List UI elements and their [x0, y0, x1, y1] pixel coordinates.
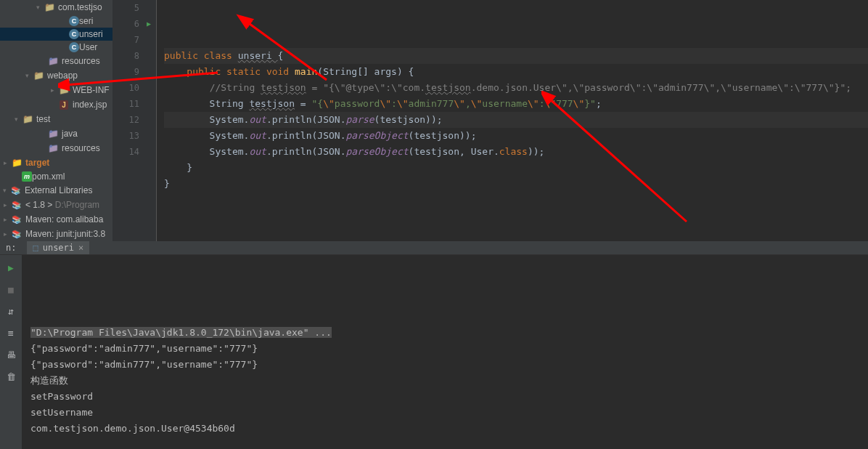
print-icon[interactable]: 🖶 [4, 348, 17, 361]
code-line[interactable]: System.out.println(JSON.parseObject(test… [164, 128, 868, 144]
jsp-icon [58, 99, 70, 110]
line-number: 14 [112, 144, 152, 160]
tree-item-target[interactable]: ▸target [0, 155, 112, 170]
tree-label: Maven: com.alibaba [25, 214, 103, 224]
source-folder-icon [47, 55, 59, 67]
class-icon: C [69, 42, 79, 52]
tree-label: com.testjso [58, 2, 102, 12]
filter-icon[interactable]: ≡ [4, 326, 17, 339]
console-line [30, 437, 859, 449]
tree-label: WEB-INF [73, 85, 110, 95]
line-number: 5 [112, 0, 152, 16]
chevron-down-icon[interactable]: ▾ [36, 4, 44, 11]
chevron-down-icon[interactable]: ▾ [15, 116, 22, 123]
library-icon [11, 228, 22, 240]
source-folder-icon [47, 128, 59, 139]
tree-label: resources [62, 143, 100, 153]
library-icon [11, 199, 22, 211]
tree-item-unseri[interactable]: Cunseri [0, 28, 112, 41]
tree-label: resources [62, 56, 100, 66]
chevron-down-icon[interactable]: ▾ [25, 72, 33, 79]
console-line: {"password":"admin777","username":"777"} [30, 341, 859, 357]
rerun-icon[interactable]: ▶ [4, 261, 17, 274]
stop-icon[interactable]: ■ [4, 283, 17, 296]
chevron-right-icon[interactable]: ▸ [4, 159, 11, 166]
code-line[interactable]: System.out.println(JSON.parse(testjson))… [164, 112, 868, 128]
line-number: 8 [112, 48, 152, 64]
run-tab-label: unseri [43, 243, 74, 253]
tree-label: User [79, 42, 97, 52]
project-tree[interactable]: ▾com.testjsoCseriCunseriCUserresources▾w… [0, 0, 112, 241]
code-line[interactable]: System.out.println(JSON.parseObject(test… [164, 144, 868, 160]
console-line: {"password":"admin777","username":"777"} [30, 357, 859, 373]
maven-icon: m [22, 171, 32, 182]
tree-item-pom.xml[interactable]: mpom.xml [0, 170, 112, 183]
tree-item-resources[interactable]: resources [0, 54, 112, 68]
trash-icon[interactable]: 🗑 [4, 370, 17, 383]
line-number: 10 [112, 80, 152, 96]
line-number: 9 [112, 64, 152, 80]
tree-item-resources[interactable]: resources [0, 141, 112, 155]
chevron-right-icon[interactable]: ▸ [4, 201, 11, 209]
tree-item-test[interactable]: ▾test [0, 112, 112, 126]
tree-label: webapp [47, 70, 78, 81]
code-line[interactable]: } [164, 176, 868, 192]
tree-label: unseri [79, 29, 103, 39]
tree-item-< 1.8 >[interactable]: ▸< 1.8 > D:\Program [0, 198, 112, 212]
tree-item-java[interactable]: java [0, 126, 112, 141]
folder-icon [22, 113, 33, 125]
tree-label: < 1.8 > D:\Program [25, 200, 99, 210]
tree-item-webapp[interactable]: ▾webapp [0, 68, 112, 83]
code-line[interactable]: public class unseri { [164, 48, 868, 64]
code-line[interactable] [164, 192, 868, 208]
console-line: setPassword [30, 389, 859, 405]
code-line[interactable]: } [164, 160, 868, 176]
target-folder-icon [11, 157, 22, 169]
tree-label: pom.xml [32, 171, 65, 182]
console-line: com.testjson.demo.json.User@4534b60d [30, 421, 859, 437]
tree-label: target [25, 158, 49, 168]
code-editor[interactable]: 56▶7891011121314 public class unseri { p… [112, 0, 868, 241]
console-line: 构造函数 [30, 373, 859, 389]
chevron-down-icon[interactable]: ▾ [3, 187, 10, 194]
chevron-right-icon[interactable]: ▸ [4, 216, 11, 223]
tree-item-Maven: junit:junit:3.8[interactable]: ▸Maven: junit:junit:3.8 [0, 227, 112, 241]
run-tool-tab-bar: n: ⬚ unseri × [0, 241, 868, 255]
console-line: "D:\Program Files\Java\jdk1.8.0_172\bin\… [30, 325, 859, 341]
folder-icon [58, 84, 70, 96]
editor-gutter: 56▶7891011121314 [112, 0, 152, 241]
class-icon: C [69, 29, 79, 39]
chevron-right-icon[interactable]: ▸ [4, 230, 11, 238]
library-icon [11, 214, 22, 225]
tree-item-com.testjso[interactable]: ▾com.testjso [0, 0, 112, 15]
code-line[interactable]: //String testjson = "{\"@type\":\"com.te… [164, 80, 868, 96]
run-tab-unseri[interactable]: ⬚ unseri × [27, 241, 89, 254]
console-line: setUsername [30, 405, 859, 421]
line-number: 12 [112, 112, 152, 128]
line-number: 6▶ [112, 16, 152, 32]
folder-icon [44, 1, 55, 13]
console-output[interactable]: "D:\Program Files\Java\jdk1.8.0_172\bin\… [22, 255, 868, 449]
run-panel-label: n: [6, 243, 27, 253]
line-number: 11 [112, 96, 152, 112]
code-area[interactable]: public class unseri { public static void… [157, 0, 868, 241]
source-folder-icon [47, 142, 59, 154]
tree-item-seri[interactable]: Cseri [0, 15, 112, 28]
tree-item-User[interactable]: CUser [0, 41, 112, 54]
code-line[interactable]: String testjson = "{\"password\":\"admin… [164, 96, 868, 112]
code-line[interactable]: public static void main(String[] args) { [164, 64, 868, 80]
chevron-right-icon[interactable]: ▸ [51, 86, 58, 94]
run-gutter-icon[interactable]: ▶ [147, 16, 151, 32]
tree-item-WEB-INF[interactable]: ▸WEB-INF [0, 83, 112, 97]
tree-item-index.jsp[interactable]: index.jsp [0, 97, 112, 112]
close-icon[interactable]: × [78, 243, 83, 253]
line-number: 13 [112, 128, 152, 144]
tree-item-External Libraries[interactable]: ▾External Libraries [0, 183, 112, 198]
line-number: 7 [112, 32, 152, 48]
console-toolbar: ▶ ■ ⇵ ≡ 🖶 🗑 [0, 255, 22, 449]
class-icon: C [69, 16, 79, 26]
layout-icon[interactable]: ⇵ [4, 304, 17, 317]
tree-item-Maven: com.alibaba[interactable]: ▸Maven: com.alibaba [0, 212, 112, 227]
library-icon [10, 185, 22, 196]
tree-label: index.jsp [73, 100, 107, 110]
